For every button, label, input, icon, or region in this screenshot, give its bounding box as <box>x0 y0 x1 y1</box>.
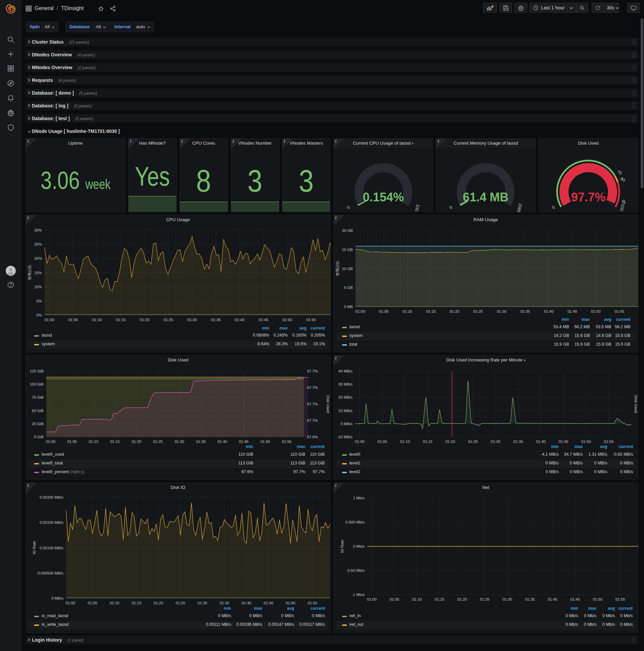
svg-text:01:00: 01:00 <box>367 597 377 601</box>
svg-text:01:30: 01:30 <box>174 440 184 444</box>
svg-text:25 GiB: 25 GiB <box>32 422 43 426</box>
svg-text:15%: 15% <box>34 271 42 275</box>
svg-text:01:15: 01:15 <box>435 597 444 601</box>
svg-text:01:45: 01:45 <box>239 440 249 444</box>
svg-text:01:10: 01:10 <box>110 601 120 605</box>
svg-text:75: 75 <box>616 169 622 176</box>
svg-text:97.7%: 97.7% <box>307 418 318 423</box>
svg-text:01:25: 01:25 <box>153 440 163 444</box>
svg-text:01:45: 01:45 <box>264 601 273 605</box>
svg-text:01:25: 01:25 <box>163 318 173 322</box>
svg-text:15 GB: 15 GB <box>342 248 353 252</box>
svg-text:01:15: 01:15 <box>426 309 436 313</box>
svg-text:0%: 0% <box>36 313 42 317</box>
svg-text:01:55: 01:55 <box>306 318 316 322</box>
svg-text:01:40: 01:40 <box>536 440 546 444</box>
svg-text:01:30: 01:30 <box>491 440 501 444</box>
svg-text:0: 0 <box>448 205 453 210</box>
svg-text:使用占比: 使用占比 <box>335 261 340 277</box>
svg-text:20 GB: 20 GB <box>342 228 353 232</box>
svg-text:-10 MB/s: -10 MB/s <box>337 435 352 439</box>
svg-text:使用占比: 使用占比 <box>28 265 32 281</box>
svg-text:01:55: 01:55 <box>614 309 624 313</box>
svg-text:01:45: 01:45 <box>570 597 580 601</box>
svg-text:30 MB/s: 30 MB/s <box>338 382 352 386</box>
svg-text:97.7%: 97.7% <box>571 190 605 204</box>
svg-text:01:05: 01:05 <box>379 309 388 313</box>
svg-text:01:50: 01:50 <box>591 309 601 313</box>
svg-text:01:05: 01:05 <box>377 440 387 444</box>
svg-text:01:20: 01:20 <box>449 309 459 313</box>
svg-text:0 MB/s: 0 MB/s <box>51 596 63 600</box>
svg-text:01:15: 01:15 <box>132 601 141 605</box>
svg-text:01:35: 01:35 <box>196 440 205 444</box>
svg-text:01:30: 01:30 <box>503 597 512 601</box>
svg-text:01:20: 01:20 <box>154 601 163 605</box>
svg-text:5%: 5% <box>36 299 42 303</box>
svg-text:0 MB: 0 MB <box>344 305 353 309</box>
svg-text:01:00: 01:00 <box>355 309 365 313</box>
svg-text:01:10: 01:10 <box>89 440 98 444</box>
svg-text:01:40: 01:40 <box>235 318 245 322</box>
svg-text:97.7%: 97.7% <box>307 369 318 373</box>
svg-text:01:40: 01:40 <box>544 309 553 313</box>
svg-text:50 GiB: 50 GiB <box>32 409 43 413</box>
svg-text:1589: 1589 <box>516 203 523 212</box>
svg-text:10 GB: 10 GB <box>342 267 353 271</box>
svg-text:01:05: 01:05 <box>88 601 97 605</box>
svg-text:01:35: 01:35 <box>513 440 523 444</box>
svg-text:0.00200 MB/s: 0.00200 MB/s <box>40 495 63 499</box>
svg-text:0: 0 <box>346 205 351 210</box>
svg-text:97.6%: 97.6% <box>307 435 318 439</box>
svg-text:97.7%: 97.7% <box>307 385 318 390</box>
svg-text:01:10: 01:10 <box>400 440 410 444</box>
svg-text:01:00: 01:00 <box>44 318 54 322</box>
svg-text:100: 100 <box>414 204 420 212</box>
svg-text:0: 0 <box>551 205 556 210</box>
svg-text:01:55: 01:55 <box>308 601 317 605</box>
svg-text:01:45: 01:45 <box>558 440 568 444</box>
svg-text:0.500 Mb/s: 0.500 Mb/s <box>346 520 364 524</box>
svg-text:01:20: 01:20 <box>445 440 455 444</box>
svg-text:01:30: 01:30 <box>187 318 197 322</box>
svg-text:IO Rate: IO Rate <box>32 541 36 554</box>
svg-text:01:05: 01:05 <box>389 597 399 601</box>
svg-text:01:25: 01:25 <box>468 440 478 444</box>
svg-text:80: 80 <box>619 176 626 183</box>
svg-text:10 MB/s: 10 MB/s <box>338 409 352 413</box>
svg-text:01:25: 01:25 <box>176 601 186 605</box>
svg-text:100: 100 <box>619 204 625 212</box>
svg-text:1 Mb/s: 1 Mb/s <box>353 496 364 500</box>
svg-text:0.00150 MB/s: 0.00150 MB/s <box>40 521 63 525</box>
svg-text:01:40: 01:40 <box>242 601 251 605</box>
svg-text:01:05: 01:05 <box>68 318 78 322</box>
svg-text:75 GiB: 75 GiB <box>32 395 43 399</box>
svg-text:-0.50 Mb/s: -0.50 Mb/s <box>346 568 364 572</box>
svg-text:01:10: 01:10 <box>412 597 422 601</box>
svg-text:10%: 10% <box>34 285 42 289</box>
svg-text:Disk Used: Disk Used <box>634 395 638 413</box>
svg-text:01:50: 01:50 <box>581 440 591 444</box>
svg-text:5 GB: 5 GB <box>344 285 353 289</box>
svg-text:01:15: 01:15 <box>116 318 126 322</box>
svg-text:01:45: 01:45 <box>567 309 577 313</box>
svg-text:01:35: 01:35 <box>525 597 535 601</box>
svg-text:01:55: 01:55 <box>604 440 613 444</box>
svg-text:0 MB/s: 0 MB/s <box>341 422 353 426</box>
svg-text:-1 Mb/s: -1 Mb/s <box>352 593 364 597</box>
svg-text:01:00: 01:00 <box>355 440 364 444</box>
svg-text:01:55: 01:55 <box>282 440 291 444</box>
svg-text:97.7%: 97.7% <box>307 402 318 406</box>
svg-text:0 Mb/s: 0 Mb/s <box>353 544 364 548</box>
svg-text:40 MB/s: 40 MB/s <box>338 369 352 373</box>
svg-text:01:30: 01:30 <box>198 601 207 605</box>
svg-text:01:40: 01:40 <box>547 597 557 601</box>
svg-text:01:50: 01:50 <box>286 601 295 605</box>
svg-text:01:45: 01:45 <box>259 318 268 322</box>
svg-text:01:15: 01:15 <box>423 440 432 444</box>
svg-text:01:25: 01:25 <box>480 597 489 601</box>
svg-text:01:40: 01:40 <box>217 440 227 444</box>
svg-text:20 MB/s: 20 MB/s <box>338 395 352 399</box>
svg-text:IO Rate: IO Rate <box>340 539 344 553</box>
svg-text:01:20: 01:20 <box>131 440 141 444</box>
